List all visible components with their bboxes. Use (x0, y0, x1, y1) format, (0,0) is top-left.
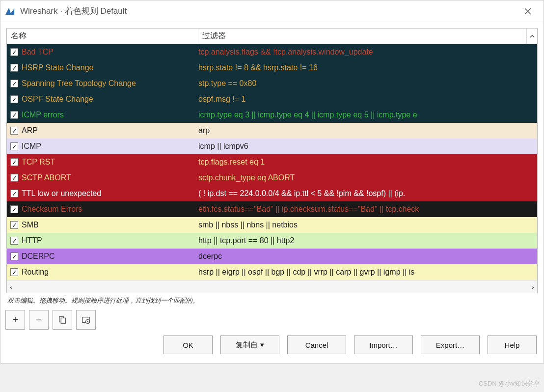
rule-name: TCP RST (22, 158, 198, 167)
table-panel: 名称 过滤器 ✓Bad TCPtcp.analysis.flags && !tc… (0, 22, 544, 293)
rule-checkbox[interactable]: ✓ (7, 252, 22, 260)
ok-button[interactable]: OK (163, 336, 213, 354)
titlebar: Wireshark · 着色规则 Default (0, 0, 544, 22)
rule-checkbox[interactable]: ✓ (7, 205, 22, 213)
rule-checkbox[interactable]: ✓ (7, 237, 22, 245)
rule-name: HTTP (22, 236, 198, 245)
watermark: CSDN @小v知识分享 (479, 379, 540, 388)
table-row[interactable]: ✓OSPF State Changeospf.msg != 1 (7, 91, 537, 107)
rule-checkbox[interactable]: ✓ (7, 158, 22, 166)
table-row[interactable]: ✓ICMP errorsicmp.type eq 3 || icmp.type … (7, 107, 537, 123)
rule-name: HSRP State Change (22, 63, 198, 72)
rule-checkbox[interactable]: ✓ (7, 95, 22, 103)
scroll-right-icon[interactable]: › (532, 283, 534, 291)
help-button[interactable]: Help (488, 336, 537, 354)
rule-filter: ospf.msg != 1 (198, 95, 537, 104)
rule-checkbox[interactable]: ✓ (7, 111, 22, 119)
table-row[interactable]: ✓Bad TCPtcp.analysis.flags && !tcp.analy… (7, 44, 537, 60)
table-row[interactable]: ✓HTTPhttp || tcp.port == 80 || http2 (7, 233, 537, 249)
rule-filter: stp.type == 0x80 (198, 79, 537, 88)
horizontal-scrollbar[interactable]: ‹ › (7, 280, 537, 293)
rule-filter: tcp.analysis.flags && !tcp.analysis.wind… (198, 48, 537, 56)
rule-name: SMB (22, 221, 198, 229)
remove-rule-button[interactable]: − (29, 310, 49, 330)
rule-filter: hsrp || eigrp || ospf || bgp || cdp || v… (198, 268, 537, 277)
rule-name: TTL low or unexpected (22, 189, 198, 198)
scroll-left-icon[interactable]: ‹ (10, 283, 12, 291)
rule-filter: hsrp.state != 8 && hsrp.state != 16 (198, 63, 537, 72)
rule-name: Spanning Tree Topology Change (22, 79, 198, 88)
rule-name: DCERPC (22, 252, 198, 261)
export-button[interactable]: Export… (421, 336, 480, 354)
wireshark-icon (4, 6, 15, 17)
rule-name: Routing (22, 268, 198, 277)
table-row[interactable]: ✓Spanning Tree Topology Changestp.type =… (7, 76, 537, 91)
cancel-button[interactable]: Cancel (287, 336, 346, 354)
rule-filter: http || tcp.port == 80 || http2 (198, 236, 537, 245)
rule-checkbox[interactable]: ✓ (7, 190, 22, 197)
rule-name: Bad TCP (22, 48, 198, 56)
rule-name: SCTP ABORT (22, 173, 198, 182)
rule-filter: smb || nbss || nbns || netbios (198, 221, 537, 229)
toolbar: + − (0, 310, 544, 336)
add-rule-button[interactable]: + (5, 310, 25, 330)
rule-filter: arp (198, 126, 537, 135)
rule-checkbox[interactable]: ✓ (7, 174, 22, 182)
table-row[interactable]: ✓Checksum Errorseth.fcs.status=="Bad" ||… (7, 201, 537, 217)
table-row[interactable]: ✓DCERPCdcerpc (7, 249, 537, 264)
rule-filter: icmp.type eq 3 || icmp.type eq 4 || icmp… (198, 111, 537, 119)
hint-text: 双击编辑。拖拽移动。规则按顺序进行处理，直到找到一个匹配的。 (0, 293, 544, 310)
scroll-up-button[interactable] (526, 28, 537, 44)
table-row[interactable]: ✓ICMPicmp || icmpv6 (7, 139, 537, 154)
button-row: OK 复制自 ▾ Cancel Import… Export… Help (0, 336, 544, 363)
rule-checkbox[interactable]: ✓ (7, 64, 22, 72)
table-row[interactable]: ✓HSRP State Changehsrp.state != 8 && hsr… (7, 60, 537, 76)
close-button[interactable] (516, 1, 540, 21)
rule-checkbox[interactable]: ✓ (7, 127, 22, 135)
column-header-filter[interactable]: 过滤器 (198, 28, 526, 44)
rule-filter: ( ! ip.dst == 224.0.0.0/4 && ip.ttl < 5 … (198, 189, 537, 198)
clear-rule-button[interactable] (76, 310, 96, 330)
rule-checkbox[interactable]: ✓ (7, 142, 22, 150)
rule-checkbox[interactable]: ✓ (7, 221, 22, 229)
rule-name: Checksum Errors (22, 205, 198, 214)
rule-name: ARP (22, 126, 198, 135)
rule-filter: tcp.flags.reset eq 1 (198, 158, 537, 167)
copy-from-button[interactable]: 复制自 ▾ (220, 336, 279, 354)
table-row[interactable]: ✓Routinghsrp || eigrp || ospf || bgp || … (7, 264, 537, 280)
import-button[interactable]: Import… (354, 336, 413, 354)
rule-name: OSPF State Change (22, 95, 198, 104)
table-header: 名称 过滤器 (7, 28, 537, 44)
rule-name: ICMP errors (22, 111, 198, 119)
table-row[interactable]: ✓SMBsmb || nbss || nbns || netbios (7, 217, 537, 233)
rule-filter: dcerpc (198, 252, 537, 261)
window-title: Wireshark · 着色规则 Default (20, 5, 127, 17)
copy-rule-button[interactable] (53, 310, 72, 330)
rule-name: ICMP (22, 142, 198, 151)
rule-checkbox[interactable]: ✓ (7, 48, 22, 56)
table-row[interactable]: ✓TCP RSTtcp.flags.reset eq 1 (7, 154, 537, 170)
rule-checkbox[interactable]: ✓ (7, 80, 22, 87)
rules-list: ✓Bad TCPtcp.analysis.flags && !tcp.analy… (7, 44, 537, 280)
column-header-name[interactable]: 名称 (7, 28, 198, 44)
rule-checkbox[interactable]: ✓ (7, 268, 22, 276)
rule-filter: sctp.chunk_type eq ABORT (198, 173, 537, 182)
svg-rect-1 (61, 318, 65, 323)
rule-filter: icmp || icmpv6 (198, 142, 537, 151)
table-row[interactable]: ✓SCTP ABORTsctp.chunk_type eq ABORT (7, 170, 537, 186)
rule-filter: eth.fcs.status=="Bad" || ip.checksum.sta… (198, 205, 537, 214)
dialog-window: Wireshark · 着色规则 Default 名称 过滤器 ✓Bad TCP… (0, 0, 544, 364)
table-row[interactable]: ✓TTL low or unexpected( ! ip.dst == 224.… (7, 186, 537, 201)
table-row[interactable]: ✓ARParp (7, 123, 537, 139)
